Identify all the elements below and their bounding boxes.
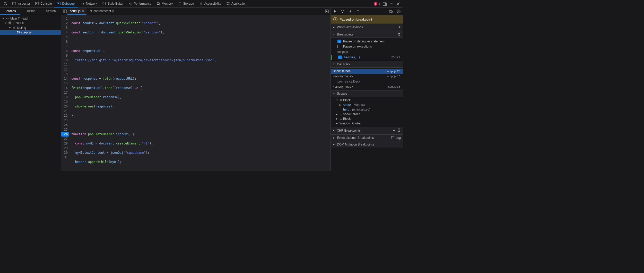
- svg-rect-9: [227, 4, 228, 5]
- pause-exceptions[interactable]: Pause on exceptions: [331, 44, 403, 49]
- callstack-frame[interactable]: <anonymous>script.js:8: [331, 84, 403, 89]
- svg-point-21: [398, 11, 399, 12]
- error-count[interactable]: !1: [374, 2, 380, 6]
- paused-banner: i Paused on breakpoint: [331, 15, 403, 23]
- breakpoint-file: script.js: [331, 49, 403, 55]
- tab-label: Storage: [183, 2, 194, 5]
- tab-sources[interactable]: Sources: [0, 8, 20, 15]
- tab-storage[interactable]: Storage: [176, 0, 197, 7]
- info-icon: i: [333, 17, 337, 21]
- tab-accessibility[interactable]: Accessibility: [197, 0, 224, 7]
- section-scopes[interactable]: ▼Scopes: [331, 90, 403, 97]
- responsive-mode-icon[interactable]: [383, 2, 387, 6]
- resume-icon[interactable]: [333, 9, 337, 13]
- js-icon: JS: [16, 31, 20, 34]
- svg-point-20: [358, 13, 359, 13]
- scope-block[interactable]: ▶☰Block: [331, 116, 403, 121]
- run-to-icon[interactable]: [325, 9, 329, 13]
- section-xhr[interactable]: ▶XHR Breakpoints+: [331, 127, 403, 134]
- tab-inspector[interactable]: Inspector: [10, 0, 33, 7]
- folder-icon: 🗀︎: [12, 26, 16, 30]
- svg-point-19: [350, 13, 351, 13]
- step-in-icon[interactable]: [348, 9, 352, 13]
- tab-application[interactable]: Application: [224, 0, 249, 7]
- svg-rect-0: [13, 2, 16, 5]
- close-icon[interactable]: [396, 2, 400, 6]
- scope-block[interactable]: ▶☰showHeroes: [331, 112, 403, 116]
- callstack-frame[interactable]: <anonymous>script.js:10: [331, 74, 403, 79]
- line-gutter[interactable]: 1234567891011121314151617181920212223242…: [61, 15, 70, 171]
- pause-debugger-stmt[interactable]: ✓Pause on debugger statement: [331, 39, 403, 44]
- pick-element-button[interactable]: [1, 0, 10, 7]
- section-dom-mutation[interactable]: ▶DOM Mutation Breakpoints: [331, 141, 403, 148]
- tab-label: Console: [40, 2, 52, 5]
- tab-label: Application: [231, 2, 247, 5]
- callstack-frame[interactable]: showHeroesscript.js:26: [331, 69, 403, 74]
- add-icon[interactable]: +: [398, 25, 401, 30]
- tab-label: Inspector: [18, 2, 30, 5]
- tab-style-editor[interactable]: Style Editor: [100, 0, 126, 7]
- svg-point-6: [201, 2, 201, 3]
- tab-search[interactable]: Search: [41, 8, 61, 15]
- svg-point-13: [390, 3, 391, 4]
- checkbox-icon[interactable]: ✓: [337, 40, 341, 43]
- scope-window[interactable]: ▶Window: Global: [331, 121, 403, 126]
- tab-label: Accessibility: [204, 2, 221, 5]
- step-out-icon[interactable]: [356, 9, 360, 13]
- scope-var[interactable]: ▶<this>: Window: [331, 103, 403, 107]
- file-tab-active[interactable]: script.js×: [67, 8, 86, 15]
- paused-text: Paused on breakpoint: [340, 17, 372, 21]
- scope-block[interactable]: ▼☰Block: [331, 98, 403, 103]
- checkbox-icon[interactable]: ✓: [338, 56, 342, 59]
- tab-label: Network: [86, 2, 97, 5]
- error-number: 1: [378, 2, 380, 6]
- svg-point-18: [342, 12, 343, 13]
- callstack-group: promise callback: [331, 79, 403, 84]
- globe-icon: 🌐︎: [8, 21, 12, 25]
- tab-outline[interactable]: Outline: [20, 8, 41, 15]
- svg-rect-7: [227, 2, 228, 3]
- section-callstack[interactable]: ▼Call stack: [331, 61, 403, 68]
- sources-panel: Sources Outline Search ▼▭Main Thread ▼🌐︎…: [0, 8, 61, 171]
- file-tab[interactable]: ⊞contentscript.js: [87, 8, 117, 15]
- code-editor[interactable]: const header = document.querySelector("h…: [70, 15, 330, 171]
- outline-toggle-icon[interactable]: [63, 9, 67, 13]
- settings-icon[interactable]: [397, 9, 401, 13]
- tab-performance[interactable]: Performance: [126, 0, 154, 7]
- tab-label: Debugger: [62, 2, 76, 5]
- step-over-icon[interactable]: [341, 9, 345, 13]
- more-icon[interactable]: [389, 2, 394, 6]
- tab-debugger[interactable]: Debugger: [54, 0, 78, 7]
- tab-console[interactable]: Console: [33, 0, 54, 7]
- section-breakpoints[interactable]: ▼Breakpoints: [331, 31, 403, 38]
- svg-rect-12: [385, 3, 387, 5]
- svg-point-15: [393, 3, 393, 4]
- close-icon[interactable]: ×: [82, 9, 84, 13]
- tab-label: Memory: [162, 2, 173, 5]
- tab-network[interactable]: Network: [78, 0, 100, 7]
- devtools-toolbar: Inspector Console Debugger Network Style…: [0, 0, 403, 8]
- scope-var[interactable]: hero: (uninitialized): [331, 107, 403, 112]
- tree-host[interactable]: ▼🌐︎[::]:8000: [0, 21, 61, 25]
- svg-point-14: [391, 3, 392, 4]
- trash-icon[interactable]: [397, 128, 401, 132]
- svg-rect-8: [229, 2, 230, 3]
- tab-memory[interactable]: Memory: [154, 0, 175, 7]
- tree-thread[interactable]: ▼▭Main Thread: [0, 16, 61, 21]
- svg-rect-4: [157, 3, 160, 4]
- trash-icon[interactable]: [397, 33, 401, 36]
- deactivate-breakpoints-icon[interactable]: [389, 9, 393, 13]
- tree-file[interactable]: JSscript.js: [0, 30, 61, 35]
- tab-label: Style Editor: [108, 2, 123, 5]
- section-event-listener[interactable]: ▶Event Listener BreakpointsLog: [331, 134, 403, 141]
- add-icon[interactable]: +: [393, 128, 395, 133]
- debugger-sidebar: i Paused on breakpoint ▶Watch expression…: [331, 8, 403, 171]
- section-watch[interactable]: ▶Watch expressions+: [331, 23, 403, 31]
- log-toggle[interactable]: Log: [391, 136, 401, 140]
- breakpoint-item[interactable]: ✓heroes) {26:22: [331, 55, 403, 60]
- svg-point-5: [179, 2, 181, 3]
- svg-rect-10: [229, 4, 230, 5]
- tree-folder[interactable]: ▼🗀︎testing: [0, 25, 61, 30]
- svg-rect-16: [63, 10, 66, 13]
- checkbox-icon[interactable]: [337, 45, 341, 48]
